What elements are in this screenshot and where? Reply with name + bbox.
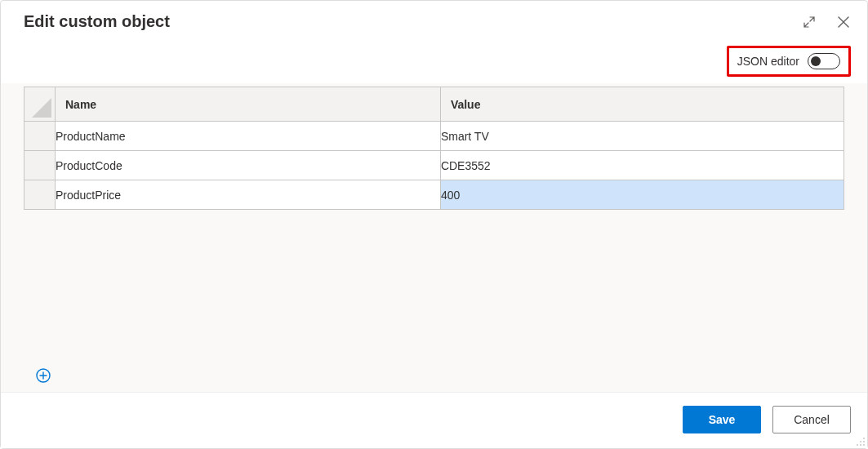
header-icon-group <box>802 15 851 29</box>
resize-grip-icon[interactable] <box>854 435 866 447</box>
table-empty-area <box>24 210 844 392</box>
column-header-value[interactable]: Value <box>440 87 844 122</box>
name-cell[interactable]: ProductName <box>56 122 441 151</box>
svg-point-4 <box>857 444 858 446</box>
row-handle[interactable] <box>24 151 56 180</box>
value-cell[interactable]: Smart TV <box>440 122 844 151</box>
save-button[interactable]: Save <box>683 406 761 433</box>
svg-point-1 <box>863 438 865 439</box>
table-row[interactable]: ProductCodeCDE3552 <box>24 151 844 180</box>
table-row[interactable]: ProductNameSmart TV <box>24 122 844 151</box>
svg-point-3 <box>863 441 865 442</box>
add-row-button[interactable] <box>35 367 51 384</box>
cancel-button[interactable]: Cancel <box>772 406 851 433</box>
dialog-header: Edit custom object <box>1 1 867 36</box>
svg-point-5 <box>860 444 861 446</box>
row-handle[interactable] <box>24 180 56 210</box>
column-header-name[interactable]: Name <box>56 87 441 122</box>
expand-icon[interactable] <box>802 15 817 29</box>
edit-custom-object-dialog: Edit custom object JSON editor <box>0 0 868 449</box>
close-icon[interactable] <box>836 15 851 29</box>
dialog-body: Name Value ProductNameSmart TVProductCod… <box>1 83 867 392</box>
dialog-footer: Save Cancel <box>1 392 867 448</box>
select-all-corner[interactable] <box>24 87 56 122</box>
toggle-knob <box>811 56 821 66</box>
json-editor-toggle-highlight: JSON editor <box>727 46 851 77</box>
svg-point-2 <box>860 441 861 442</box>
toolbar: JSON editor <box>1 36 867 83</box>
table-header-row: Name Value <box>24 87 844 122</box>
svg-point-6 <box>863 444 865 446</box>
json-editor-label: JSON editor <box>737 55 799 68</box>
value-cell[interactable]: CDE3552 <box>440 151 844 180</box>
properties-table: Name Value ProductNameSmart TVProductCod… <box>24 87 844 210</box>
value-cell[interactable]: 400 <box>440 180 844 210</box>
name-cell[interactable]: ProductCode <box>56 151 441 180</box>
table-row[interactable]: ProductPrice400 <box>24 180 844 210</box>
dialog-title: Edit custom object <box>24 12 802 31</box>
name-cell[interactable]: ProductPrice <box>56 180 441 210</box>
row-handle[interactable] <box>24 122 56 151</box>
json-editor-toggle[interactable] <box>808 53 840 69</box>
